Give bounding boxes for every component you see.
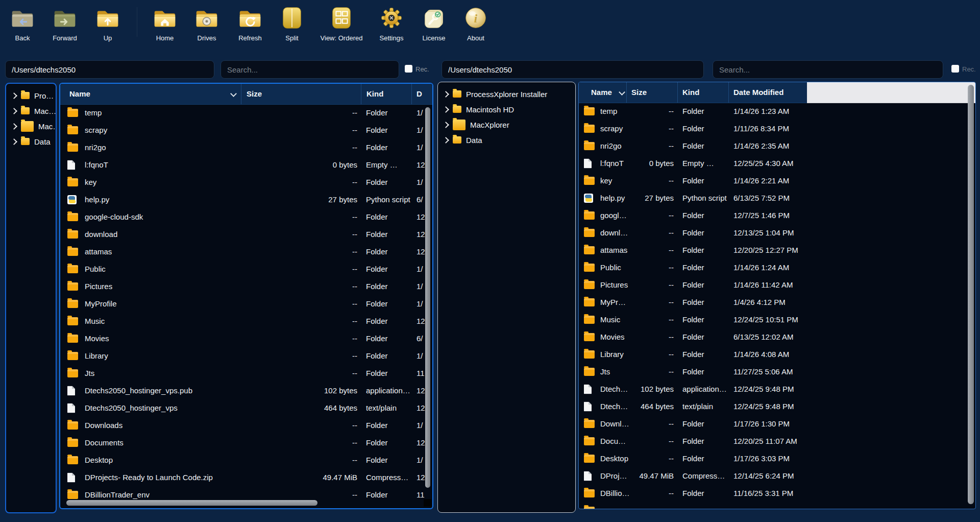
file-row[interactable]: google-cloud-sdk -- Folder 12 <box>60 208 432 226</box>
path-input-left[interactable] <box>5 60 214 79</box>
file-row[interactable]: scrapy -- Folder 1/11/26 8:34 PM <box>579 120 975 137</box>
chevron-right-icon[interactable] <box>443 91 449 98</box>
column-header-kind[interactable]: Kind <box>682 82 699 103</box>
column-header-size[interactable]: Size <box>631 82 647 103</box>
file-row[interactable]: help.py 27 bytes Python script 6/ <box>60 191 432 208</box>
tree-item[interactable]: Macintosh HD <box>438 102 575 117</box>
file-row[interactable]: key -- Folder 1/ <box>60 174 432 191</box>
file-kind: Folder <box>366 347 412 365</box>
file-row[interactable]: nri2go -- Folder 1/14/26 2:35 AM <box>579 137 975 155</box>
file-row[interactable]: Dtechs2050_hostinger_vps.pub 102 bytes a… <box>60 382 432 399</box>
chevron-right-icon[interactable] <box>11 123 17 130</box>
forward-button[interactable]: Forward <box>43 4 86 42</box>
tree-item[interactable]: Data <box>6 134 56 149</box>
tree-item[interactable]: Mac… <box>6 103 56 118</box>
file-row[interactable]: Music -- Folder 12 <box>60 313 432 330</box>
vertical-scrollbar[interactable] <box>968 85 974 504</box>
column-header-size[interactable]: Size <box>247 84 262 104</box>
file-row[interactable]: attamas -- Folder 12 <box>60 243 432 260</box>
file-row[interactable]: MyPr… -- Folder 1/4/26 4:12 PM <box>579 294 975 311</box>
file-row[interactable]: attamas -- Folder 12/20/25 12:27 PM <box>579 242 975 259</box>
folder-icon <box>584 177 595 185</box>
file-kind: Folder <box>366 243 412 260</box>
column-header-name[interactable]: Name <box>69 84 90 104</box>
back-button[interactable]: Back <box>1 4 44 42</box>
file-row[interactable] <box>579 502 975 509</box>
file-name: MyPr… <box>600 294 630 311</box>
file-row[interactable]: Movies -- Folder 6/13/25 12:02 AM <box>579 328 975 346</box>
column-header-kind[interactable]: Kind <box>366 84 383 104</box>
file-kind: Folder <box>682 346 731 363</box>
file-row[interactable]: Library -- Folder 1/ <box>60 347 432 365</box>
tree-item[interactable]: Data <box>438 132 575 148</box>
path-input-right[interactable] <box>442 60 704 79</box>
folder-icon <box>67 317 78 325</box>
column-header-date[interactable]: Date Modified <box>733 82 783 103</box>
recursive-checkbox-left[interactable] <box>405 65 412 73</box>
search-input-left[interactable] <box>220 60 399 79</box>
file-row[interactable]: Jts -- Folder 11/27/25 5:06 AM <box>579 363 975 381</box>
file-row[interactable]: temp -- Folder 1/14/26 1:23 AM <box>579 103 975 120</box>
license-button[interactable]: License <box>412 4 455 42</box>
tree-item[interactable]: Mac… <box>6 118 56 134</box>
chevron-right-icon[interactable] <box>443 122 449 128</box>
view-ordered-button[interactable]: View: Ordered <box>313 4 370 42</box>
file-row[interactable]: googl… -- Folder 12/7/25 1:46 PM <box>579 207 975 224</box>
file-row[interactable]: scrapy -- Folder 1/ <box>60 122 432 139</box>
file-row[interactable]: DProjects- Ready to Launch Code.zip 49.4… <box>60 469 432 486</box>
drives-button[interactable]: Drives <box>185 4 228 42</box>
file-row[interactable]: Downloads -- Folder 1/ <box>60 417 432 434</box>
refresh-button[interactable]: Refresh <box>229 4 272 42</box>
file-row[interactable]: nri2go -- Folder 1/ <box>60 139 432 156</box>
recursive-checkbox-right[interactable] <box>951 65 959 73</box>
file-row[interactable]: DProj… 49.47 MiB Compress… 12/14/25 6:24… <box>579 467 975 485</box>
folder-icon <box>67 109 78 117</box>
column-header-name[interactable]: Name <box>591 82 612 103</box>
tree-item-label: Mac… <box>38 122 57 131</box>
tree-item[interactable]: Pro… <box>6 88 56 103</box>
file-row[interactable]: Public -- Folder 1/ <box>60 260 432 278</box>
file-row[interactable]: help.py 27 bytes Python script 6/13/25 7… <box>579 189 975 207</box>
search-input-right[interactable] <box>713 60 943 79</box>
column-header-date[interactable]: D <box>416 84 422 104</box>
file-row[interactable]: l:fqnoT 0 bytes Empty … 12 <box>60 156 432 174</box>
file-row[interactable]: Jts -- Folder 11 <box>60 365 432 382</box>
up-button[interactable]: Up <box>86 4 129 42</box>
tree-item[interactable]: ProcessXplorer Installer <box>438 86 575 102</box>
file-row[interactable]: l:fqnoT 0 bytes Empty … 12/25/25 4:30 AM <box>579 155 975 172</box>
file-row[interactable]: Dtech… 464 bytes text/plain 12/24/25 9:4… <box>579 398 975 415</box>
chevron-right-icon[interactable] <box>11 138 17 145</box>
file-row[interactable]: Music -- Folder 12/24/25 10:51 PM <box>579 311 975 328</box>
file-row[interactable]: Desktop -- Folder 1/17/26 3:03 PM <box>579 450 975 467</box>
horizontal-scrollbar[interactable] <box>66 500 317 506</box>
about-button[interactable]: i About <box>454 4 497 42</box>
file-row[interactable]: Movies -- Folder 6/ <box>60 330 432 347</box>
file-row[interactable]: Public -- Folder 1/14/26 1:24 AM <box>579 259 975 276</box>
file-row[interactable]: key -- Folder 1/14/26 2:21 AM <box>579 172 975 189</box>
file-row[interactable]: Pictures -- Folder 1/ <box>60 278 432 295</box>
sort-chevron-icon[interactable] <box>619 89 625 96</box>
file-row[interactable]: Pictures -- Folder 1/14/26 11:42 AM <box>579 276 975 294</box>
file-row[interactable]: downl… -- Folder 12/13/25 1:04 PM <box>579 224 975 242</box>
file-row[interactable]: temp -- Folder 1/ <box>60 104 432 122</box>
home-button[interactable]: Home <box>143 4 186 42</box>
tree-item[interactable]: MacXplorer <box>438 117 575 132</box>
sort-chevron-icon[interactable] <box>230 90 237 97</box>
file-row[interactable]: MyProfile -- Folder 1/ <box>60 295 432 313</box>
file-row[interactable]: Desktop -- Folder 1/ <box>60 452 432 469</box>
split-button[interactable]: Split <box>271 4 313 42</box>
file-row[interactable]: Dtechs2050_hostinger_vps 464 bytes text/… <box>60 399 432 417</box>
file-row[interactable]: Downl… -- Folder 1/17/26 1:30 PM <box>579 415 975 433</box>
file-row[interactable]: Dtech… 102 bytes application… 12/24/25 9… <box>579 381 975 398</box>
file-row[interactable]: Library -- Folder 1/14/26 4:08 AM <box>579 346 975 363</box>
chevron-right-icon[interactable] <box>11 92 17 99</box>
file-row[interactable]: Docu… -- Folder 12/20/25 11:07 AM <box>579 433 975 450</box>
settings-button[interactable]: Settings <box>370 4 413 42</box>
file-row[interactable]: download -- Folder 12 <box>60 226 432 243</box>
chevron-right-icon[interactable] <box>443 137 449 144</box>
file-row[interactable]: Documents -- Folder 12 <box>60 434 432 452</box>
file-row[interactable]: DBillio… -- Folder 11/16/25 3:31 PM <box>579 485 975 502</box>
chevron-right-icon[interactable] <box>443 106 449 113</box>
vertical-scrollbar[interactable] <box>425 107 430 488</box>
chevron-right-icon[interactable] <box>11 108 17 114</box>
